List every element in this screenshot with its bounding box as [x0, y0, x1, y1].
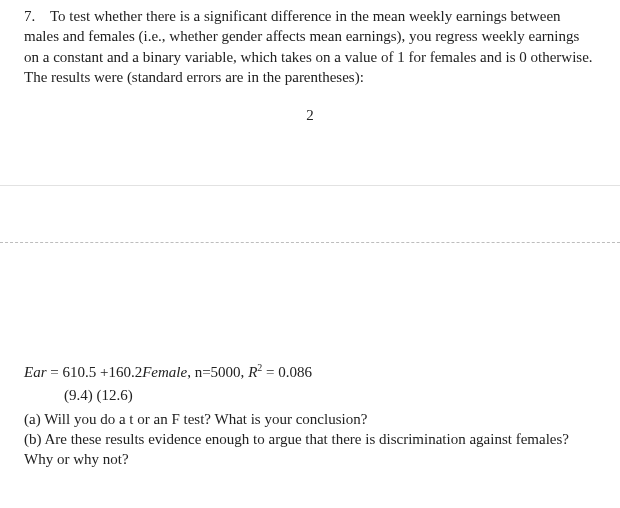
question-parts: (a) Will you do a t or an F test? What i… — [24, 409, 596, 470]
page-number: 2 — [0, 105, 620, 125]
equation-lhs: Ear — [24, 364, 47, 380]
question-intro-text: To test whether there is a significant d… — [24, 8, 593, 85]
document-page: 7. To test whether there is a significan… — [0, 0, 620, 508]
equation-tail: , n=5000, — [187, 364, 248, 380]
question-block: 7. To test whether there is a significan… — [0, 0, 620, 87]
standard-errors: (9.4) (12.6) — [24, 385, 596, 405]
results-block: Ear = 610.5 +160.2Female, n=5000, R2 = 0… — [0, 361, 620, 469]
part-b: (b) Are these results evidence enough to… — [24, 429, 596, 470]
r2-label: R — [248, 364, 257, 380]
question-number: 7. — [24, 8, 35, 24]
regression-equation: Ear = 610.5 +160.2Female, n=5000, R2 = 0… — [24, 361, 596, 382]
equation-dummy: Female — [142, 364, 187, 380]
equation-coefs: = 610.5 +160.2 — [47, 364, 143, 380]
page-separator — [0, 185, 620, 243]
r2-value: = 0.086 — [262, 364, 312, 380]
part-a: (a) Will you do a t or an F test? What i… — [24, 409, 596, 429]
